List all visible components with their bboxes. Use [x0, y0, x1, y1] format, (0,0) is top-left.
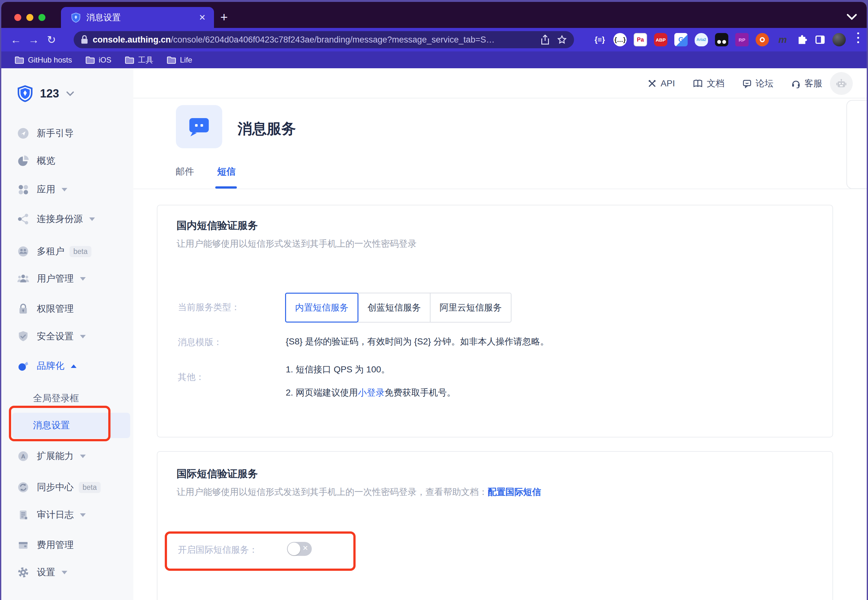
close-window-button[interactable]	[14, 14, 21, 21]
profile-avatar[interactable]	[832, 33, 846, 46]
intl-toggle-label: 开启国际短信服务：	[178, 544, 258, 556]
url-host: console.authing.cn	[93, 35, 171, 45]
sidebar-subitem-global-login-box[interactable]: 全局登录框	[1, 389, 133, 408]
json-viewer-extension-icon[interactable]: {…}	[614, 33, 627, 46]
bookmark-folder-tools[interactable]: 工具	[125, 55, 153, 65]
beta-badge: beta	[70, 246, 91, 257]
guide-compass-icon	[17, 127, 30, 140]
intl-card-title: 国际短信验证服务	[177, 467, 258, 481]
sidebar-item-branding[interactable]: 品牌化	[1, 356, 133, 376]
chevron-up-icon	[71, 364, 77, 368]
bookmark-folder-github-hosts[interactable]: GitHub hosts	[15, 56, 72, 64]
sidebar-item-label: 用户管理	[37, 273, 74, 285]
bookmark-label: Life	[180, 56, 192, 64]
back-button[interactable]: ←	[7, 34, 25, 46]
service-type-segmented-control: 内置短信服务 创蓝短信服务 阿里云短信服务	[285, 293, 512, 323]
document-lines-icon	[17, 508, 30, 521]
org-name: 123	[40, 87, 59, 100]
sidebar-item-apps[interactable]: 应用	[1, 180, 133, 199]
sidebar-item-guide[interactable]: 新手引导	[1, 123, 133, 143]
sidebar-item-identity-sources[interactable]: 连接身份源	[1, 209, 133, 229]
m-extension-icon[interactable]: m	[776, 33, 789, 46]
robot-avatar-icon	[835, 77, 848, 90]
sidebar-item-user-management[interactable]: 用户管理	[1, 269, 133, 289]
adblock-plus-extension-icon[interactable]: ABP	[654, 33, 667, 46]
rp-extension-icon[interactable]: RP	[735, 33, 748, 46]
sidebar-item-extensions[interactable]: A 扩展能力	[1, 446, 133, 466]
tab-close-icon[interactable]: ✕	[199, 13, 206, 23]
sidebar-item-label: 权限管理	[37, 303, 74, 315]
header-support-link[interactable]: 客服	[791, 77, 822, 89]
sidebar-item-billing[interactable]: 费用管理	[1, 535, 133, 555]
share-icon[interactable]	[540, 34, 550, 45]
tab-favicon-shield-icon	[70, 12, 81, 23]
mini-login-link[interactable]: 小登录	[358, 388, 385, 397]
configure-intl-sms-link[interactable]: 配置国际短信	[488, 487, 541, 497]
braces-menu-extension-icon[interactable]: {≡}	[593, 33, 606, 46]
bookmark-folder-life[interactable]: Life	[167, 56, 192, 64]
sidebar-item-label: 新手引导	[37, 127, 74, 140]
sidebar-item-sync-center[interactable]: 同步中心 beta	[1, 477, 133, 497]
side-panel-icon[interactable]	[815, 34, 826, 45]
orange-extension-icon[interactable]	[756, 33, 769, 46]
sidebar-subitem-label: 消息设置	[33, 419, 70, 432]
glasses-extension-icon[interactable]	[715, 33, 728, 46]
service-option-builtin[interactable]: 内置短信服务	[285, 293, 358, 323]
new-tab-button[interactable]: +	[220, 11, 228, 23]
sidebar-item-settings[interactable]: 设置	[1, 562, 133, 582]
sidebar-item-label: 同步中心	[37, 481, 74, 494]
extensions-puzzle-icon[interactable]	[796, 34, 808, 45]
bookmark-label: 工具	[138, 55, 153, 65]
domestic-card-title: 国内短信验证服务	[177, 219, 258, 233]
intl-sms-toggle[interactable]: ✕	[287, 542, 312, 556]
beta-badge: beta	[79, 482, 101, 493]
header-forum-link[interactable]: 论坛	[742, 77, 773, 89]
tab-sms[interactable]: 短信	[217, 165, 236, 178]
header-forum-label: 论坛	[756, 77, 773, 89]
address-bar[interactable]: console.authing.cn /console/6204d0a406f0…	[74, 31, 574, 48]
chat-icon	[742, 79, 752, 88]
reload-button[interactable]: ↻	[42, 33, 60, 46]
sidebar-item-overview[interactable]: 概览	[1, 151, 133, 171]
browser-menu-kebab-icon[interactable]	[857, 32, 859, 43]
bookmark-label: GitHub hosts	[28, 56, 72, 64]
service-option-chuanglan[interactable]: 创蓝短信服务	[358, 293, 430, 323]
gear-icon	[17, 566, 30, 579]
chevron-down-icon	[80, 335, 86, 338]
sidebar-item-security-settings[interactable]: 安全设置	[1, 327, 133, 346]
sidebar-item-audit-logs[interactable]: 审计日志	[1, 505, 133, 525]
tab-mail[interactable]: 邮件	[176, 165, 194, 178]
tabs-divider	[133, 189, 867, 189]
password-extension-icon[interactable]: Pa	[634, 33, 647, 46]
tab-search-chevron-icon[interactable]	[847, 13, 857, 20]
domestic-sms-card: 国内短信验证服务 让用户能够使用以短信形式发送到其手机上的一次性密码登录 当前服…	[157, 205, 833, 438]
header-api-label: API	[661, 79, 675, 89]
browser-tab-strip: 消息设置 ✕ +	[1, 2, 867, 28]
header-docs-label: 文档	[707, 77, 724, 89]
page-title: 消息服务	[238, 119, 296, 139]
sidebar-item-permissions[interactable]: 权限管理	[1, 299, 133, 319]
sidebar-item-label: 扩展能力	[37, 450, 74, 462]
bookmark-star-icon[interactable]	[557, 35, 567, 45]
branding-paint-icon	[17, 359, 30, 373]
active-tab-underline	[215, 186, 237, 189]
aria2-extension-icon[interactable]: Aria2	[695, 33, 708, 46]
sidebar-item-label: 多租户	[37, 245, 64, 258]
header-api-link[interactable]: API	[647, 79, 675, 89]
wallet-icon	[17, 538, 30, 552]
zoom-window-button[interactable]	[38, 14, 45, 21]
tools-icon	[647, 79, 657, 88]
forward-button[interactable]: →	[25, 34, 42, 46]
user-avatar[interactable]	[830, 72, 853, 95]
sidebar-subitem-message-settings[interactable]: 消息设置	[1, 415, 133, 435]
google-translate-extension-icon[interactable]: G	[674, 33, 688, 46]
sidebar-item-multi-tenant[interactable]: 多租户 beta	[1, 242, 133, 261]
bookmark-folder-ios[interactable]: iOS	[85, 56, 111, 64]
org-switcher[interactable]: 123	[17, 85, 74, 103]
minimize-window-button[interactable]	[26, 14, 33, 21]
desktop-background: 消息设置 ✕ + ← → ↻ console.authing.cn /conso…	[0, 0, 868, 600]
sidebar-item-label: 品牌化	[37, 360, 64, 373]
service-option-aliyun[interactable]: 阿里云短信服务	[430, 293, 512, 323]
browser-tab[interactable]: 消息设置 ✕	[61, 7, 214, 28]
header-docs-link[interactable]: 文档	[693, 77, 724, 89]
